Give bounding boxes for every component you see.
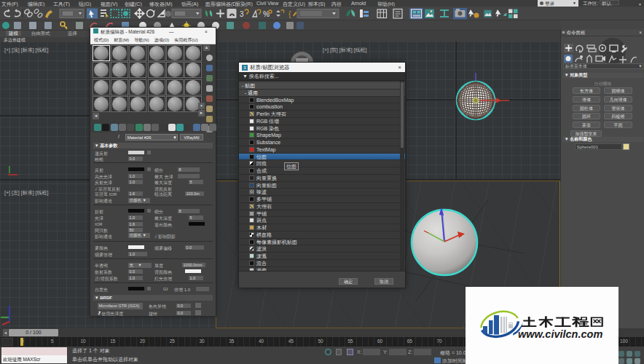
svg-text:{: { xyxy=(288,10,291,18)
svg-text:3: 3 xyxy=(240,10,244,18)
